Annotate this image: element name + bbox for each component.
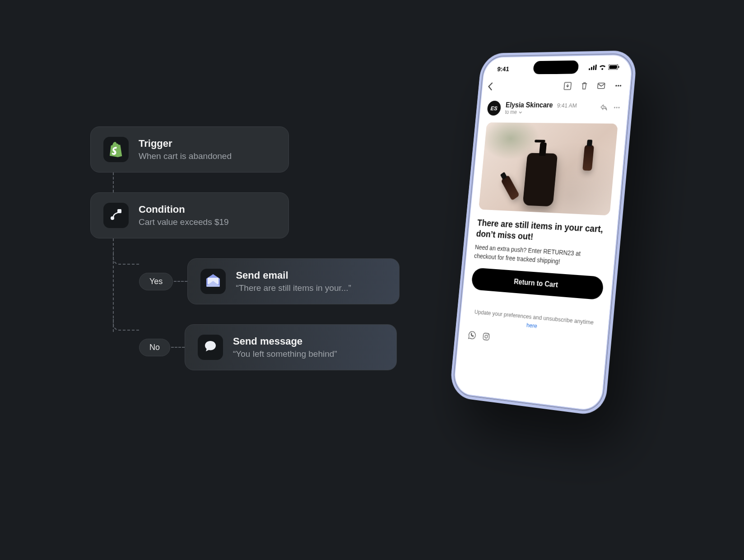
- email-body: There are still items in your cart, don’…: [453, 118, 627, 411]
- condition-subtitle: Cart value exceeds $19: [139, 217, 229, 227]
- instagram-icon[interactable]: [482, 331, 491, 343]
- svg-point-15: [616, 107, 618, 108]
- sender-time: 9:41 AM: [557, 102, 577, 109]
- condition-card[interactable]: Condition Cart value exceeds $19: [90, 192, 289, 238]
- svg-rect-4: [593, 65, 595, 70]
- svg-rect-3: [591, 67, 592, 70]
- svg-rect-17: [483, 333, 489, 340]
- svg-rect-2: [589, 68, 590, 70]
- svg-point-11: [615, 85, 617, 86]
- message-icon: [198, 335, 223, 360]
- shopify-icon: [103, 137, 129, 162]
- wifi-icon: [599, 65, 606, 70]
- sender-row: ES Elysia Skincare 9:41 AM to me: [479, 97, 629, 119]
- reply-icon[interactable]: [600, 104, 608, 112]
- email-icon: [200, 269, 226, 294]
- svg-point-18: [485, 335, 488, 338]
- status-time: 9:41: [497, 65, 510, 72]
- sender-to[interactable]: to me: [505, 109, 595, 116]
- connector: [113, 173, 400, 192]
- back-icon[interactable]: [487, 82, 493, 93]
- email-headline: There are still items in your cart, don’…: [476, 217, 609, 247]
- svg-rect-7: [609, 65, 617, 69]
- send-message-title: Send message: [233, 336, 337, 347]
- branch-icon: [103, 203, 129, 228]
- send-email-card[interactable]: Send email “There are still items in you…: [187, 258, 400, 304]
- no-branch: No Send message “You left something behi…: [113, 304, 400, 370]
- svg-point-14: [614, 107, 615, 108]
- whatsapp-icon[interactable]: [468, 330, 476, 341]
- trigger-card[interactable]: Trigger When cart is abandoned: [90, 126, 289, 173]
- more-icon[interactable]: [613, 104, 621, 112]
- signal-icon: [589, 65, 597, 70]
- more-icon[interactable]: [614, 82, 623, 92]
- no-pill[interactable]: No: [139, 339, 170, 356]
- phone-mockup: 9:41 ES: [455, 50, 690, 519]
- send-email-title: Send email: [236, 270, 351, 281]
- archive-icon[interactable]: [563, 82, 572, 92]
- unsubscribe-link[interactable]: here: [526, 322, 537, 329]
- chevron-down-icon: [519, 111, 522, 114]
- svg-point-19: [488, 334, 488, 335]
- svg-rect-5: [595, 65, 597, 70]
- trash-icon[interactable]: [580, 82, 589, 92]
- svg-rect-8: [618, 66, 619, 68]
- trigger-title: Trigger: [139, 138, 232, 149]
- return-to-cart-button[interactable]: Return to Cart: [471, 267, 604, 300]
- sender-avatar[interactable]: ES: [487, 101, 501, 116]
- svg-point-12: [618, 85, 619, 86]
- svg-point-16: [618, 107, 620, 108]
- send-message-sub: “You left something behind”: [233, 349, 337, 359]
- yes-branch: Yes Send email “There are still items in…: [113, 238, 400, 304]
- battery-icon: [608, 64, 620, 70]
- mail-icon[interactable]: [597, 82, 605, 92]
- send-email-sub: “There are still items in your...”: [236, 283, 351, 293]
- automation-flow: Trigger When cart is abandoned Condition…: [90, 126, 400, 370]
- trigger-subtitle: When cart is abandoned: [139, 151, 232, 161]
- svg-point-13: [620, 85, 621, 86]
- send-message-card[interactable]: Send message “You left something behind”: [185, 324, 397, 370]
- condition-title: Condition: [139, 204, 229, 215]
- yes-pill[interactable]: Yes: [139, 273, 173, 290]
- sender-name: Elysia Skincare: [505, 101, 553, 109]
- email-body-text: Need an extra push? Enter RETURN23 at ch…: [474, 243, 606, 269]
- product-image: [479, 122, 618, 215]
